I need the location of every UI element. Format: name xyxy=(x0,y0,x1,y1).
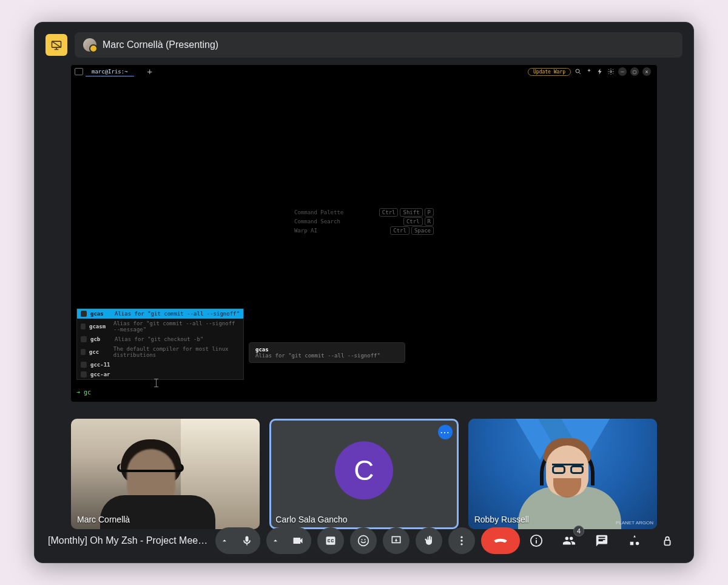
cmd-icon xyxy=(81,323,86,330)
leave-call-button[interactable] xyxy=(481,527,520,554)
presentation-stage: marc@Iris:~ + Update Warp – ▢ ✕ Command … xyxy=(35,65,693,408)
autocomplete-list[interactable]: gcasAlias for "git commit --all --signof… xyxy=(76,308,244,380)
tab-title: marc@Iris:~ xyxy=(92,69,128,75)
raise-hand-button[interactable] xyxy=(416,527,442,554)
svg-rect-10 xyxy=(664,540,670,545)
hint-label: Warp AI xyxy=(294,228,317,234)
participant-strip: Marc Cornellà ⋯ C Carlo Sala Gancho PLAN… xyxy=(35,408,693,529)
tooltip-desc: Alias for "git commit --all --signoff" xyxy=(255,353,399,359)
new-tab-button[interactable]: + xyxy=(136,69,163,75)
svg-point-1 xyxy=(576,69,579,73)
suggestion-tooltip: gcas Alias for "git commit --all --signo… xyxy=(249,342,405,363)
camera-group xyxy=(266,527,311,554)
suggestion-item[interactable]: gcbAlias for "git checkout -b" xyxy=(77,334,243,344)
svg-point-4 xyxy=(361,539,362,540)
suggestion-item[interactable]: gcasAlias for "git commit --all --signof… xyxy=(77,309,243,319)
suggestion-item[interactable]: gccThe default compiler for most linux d… xyxy=(77,344,243,360)
cmd-icon xyxy=(81,362,87,368)
camera-options-button[interactable] xyxy=(266,527,285,554)
svg-point-6 xyxy=(460,536,462,538)
suggestion-item[interactable]: gcc-11 xyxy=(77,360,243,370)
workspace-icon[interactable] xyxy=(75,68,83,75)
activities-button[interactable] xyxy=(624,530,645,551)
captions-button[interactable] xyxy=(317,527,344,554)
tooltip-title: gcas xyxy=(255,347,399,353)
participant-tile[interactable]: PLANET ARGON Robby Russell xyxy=(468,419,657,529)
control-bar: [Monthly] Oh My Zsh - Project Meet… 4 xyxy=(35,519,693,563)
svg-point-8 xyxy=(460,543,462,545)
meeting-details-button[interactable] xyxy=(526,530,547,551)
mic-group xyxy=(215,527,260,554)
svg-point-2 xyxy=(610,71,612,73)
meet-window: Marc Cornellà (Presenting) marc@Iris:~ +… xyxy=(34,22,694,563)
update-warp-button[interactable]: Update Warp xyxy=(528,68,571,76)
present-button[interactable] xyxy=(383,527,410,554)
camera-button[interactable] xyxy=(285,527,311,554)
meeting-title: [Monthly] Oh My Zsh - Project Meet… xyxy=(48,535,209,546)
svg-point-3 xyxy=(359,536,369,546)
window-close-button[interactable]: ✕ xyxy=(642,67,651,76)
mic-button[interactable] xyxy=(234,527,260,554)
terminal-tab-strip: marc@Iris:~ + Update Warp – ▢ ✕ xyxy=(71,65,657,78)
tile-more-button[interactable]: ⋯ xyxy=(438,425,453,439)
people-button[interactable]: 4 xyxy=(559,530,579,551)
mic-options-button[interactable] xyxy=(215,527,234,554)
presenter-pill[interactable]: Marc Cornellà (Presenting) xyxy=(75,32,682,58)
window-maximize-button[interactable]: ▢ xyxy=(630,67,639,76)
present-screen-icon xyxy=(46,34,67,56)
participant-avatar: C xyxy=(335,441,393,499)
sparkle-icon[interactable] xyxy=(585,68,593,75)
participant-tile[interactable]: ⋯ C Carlo Sala Gancho xyxy=(269,419,458,529)
terminal-prompt[interactable]: ➜ gc xyxy=(76,389,91,396)
reactions-button[interactable] xyxy=(350,527,377,554)
presenter-label: Marc Cornellà (Presenting) xyxy=(103,39,218,50)
cmd-icon xyxy=(81,349,86,355)
hint-label: Command Palette xyxy=(294,209,343,215)
right-tools: 4 xyxy=(526,530,680,551)
cmd-icon xyxy=(81,311,87,317)
text-cursor-icon xyxy=(156,379,157,387)
shared-terminal: marc@Iris:~ + Update Warp – ▢ ✕ Command … xyxy=(71,65,657,402)
window-minimize-button[interactable]: – xyxy=(618,67,627,76)
hint-label: Command Search xyxy=(294,218,340,225)
svg-point-5 xyxy=(364,539,365,540)
chat-button[interactable] xyxy=(592,530,612,551)
top-bar: Marc Cornellà (Presenting) xyxy=(35,22,693,65)
svg-point-7 xyxy=(460,539,462,541)
bolt-icon[interactable] xyxy=(596,68,604,75)
cmd-icon xyxy=(81,336,87,342)
settings-icon[interactable] xyxy=(607,68,615,75)
suggestion-item[interactable]: gcasmAlias for "git commit --all --signo… xyxy=(77,319,243,334)
cmd-icon xyxy=(81,371,87,377)
terminal-tab[interactable]: marc@Iris:~ xyxy=(86,67,134,76)
suggestion-item[interactable]: gcc-ar xyxy=(77,370,243,379)
host-controls-button[interactable] xyxy=(657,530,678,551)
keyboard-hints: Command Palette CtrlShiftP Command Searc… xyxy=(294,206,434,237)
participant-count-badge: 4 xyxy=(573,526,584,536)
more-options-button[interactable] xyxy=(448,527,475,554)
presenter-avatar xyxy=(83,38,96,52)
participant-tile[interactable]: Marc Cornellà xyxy=(71,419,260,529)
search-icon[interactable] xyxy=(575,68,582,75)
prompt-text: gc xyxy=(84,389,91,396)
